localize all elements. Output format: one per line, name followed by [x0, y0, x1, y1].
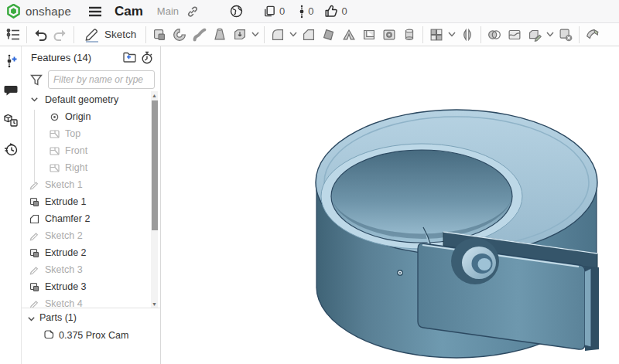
tree-guide-line: [34, 110, 35, 184]
tree-item-label: Front: [65, 145, 87, 156]
create-version-icon[interactable]: [2, 53, 19, 70]
linear-pattern-icon[interactable]: [426, 25, 446, 45]
chevron-down-icon[interactable]: [28, 311, 35, 325]
shell-icon[interactable]: [359, 25, 379, 45]
tree-item-sketch-2[interactable]: Sketch 2: [22, 227, 160, 244]
chevron-down-icon[interactable]: [28, 97, 40, 102]
tree-item-label: Sketch 3: [45, 264, 83, 275]
cube-clock-icon[interactable]: [2, 111, 19, 128]
document-side-strip: [0, 46, 22, 364]
brand-name: onshape: [26, 5, 71, 18]
tree-item-front-plane[interactable]: Front: [22, 142, 160, 159]
globe-icon[interactable]: [230, 5, 243, 18]
new-folder-icon[interactable]: [121, 49, 139, 66]
thumbs-up-icon[interactable]: [324, 5, 338, 18]
part-item-label: 0.375 Prox Cam: [59, 330, 128, 341]
thicken-icon[interactable]: [230, 25, 250, 45]
extrude-icon[interactable]: [149, 25, 169, 45]
filter-input[interactable]: [48, 70, 155, 89]
workspace-name[interactable]: Main: [157, 5, 179, 17]
features-panel-header: Features (14): [22, 46, 160, 68]
likes-count: 0: [341, 5, 347, 17]
sketch-button[interactable]: Sketch: [77, 25, 142, 45]
revolve-icon[interactable]: [169, 25, 190, 45]
scrollbar-thumb[interactable]: [152, 100, 158, 230]
copy-workspace-icon[interactable]: [263, 5, 276, 18]
tree-item-right-plane[interactable]: Right: [22, 159, 160, 176]
plane-icon: [48, 130, 60, 138]
filter-funnel-icon[interactable]: [28, 71, 45, 88]
tree-item-label: Origin: [65, 111, 91, 122]
versions-icon[interactable]: [299, 5, 305, 19]
transform-icon[interactable]: [525, 25, 545, 45]
comments-icon[interactable]: [2, 82, 19, 99]
draft-icon[interactable]: [319, 25, 339, 45]
tree-item-top-plane[interactable]: Top: [22, 125, 160, 142]
model-viewport[interactable]: [161, 46, 619, 364]
origin-icon: [48, 113, 60, 121]
filter-row: [22, 68, 160, 91]
tree-item-label: Extrude 2: [45, 247, 87, 258]
tree-item-label: Chamfer 2: [45, 213, 90, 224]
scroll-up-arrow[interactable]: ▲: [151, 91, 158, 99]
sketch-icon: [28, 299, 40, 308]
chamfer-icon[interactable]: [299, 25, 319, 45]
undo-icon[interactable]: [30, 25, 50, 45]
tree-item-sketch-1[interactable]: Sketch 1: [22, 176, 160, 193]
versions-count: 0: [308, 5, 313, 17]
sweep-icon[interactable]: [190, 25, 210, 45]
scroll-down-arrow[interactable]: ▼: [151, 300, 158, 308]
part-icon: [43, 328, 54, 342]
plane-icon: [48, 164, 60, 172]
tree-item-extrude-3[interactable]: Extrude 3: [22, 278, 160, 295]
sheet-metal-icon[interactable]: [583, 25, 603, 45]
pattern-dropdown-chevron[interactable]: [446, 25, 457, 45]
tree-item-sketch-3[interactable]: Sketch 3: [22, 261, 160, 278]
parts-group-header[interactable]: Parts (1): [22, 308, 160, 326]
extrude-icon: [28, 282, 40, 292]
mirror-icon[interactable]: [457, 25, 477, 45]
top-bar: onshape Cam Main 0 0 0: [0, 0, 619, 23]
feature-toolbar: Sketch: [0, 23, 619, 46]
hole-icon[interactable]: [379, 25, 399, 45]
tree-item-label: Sketch 4: [45, 298, 83, 308]
redo-icon[interactable]: [50, 25, 70, 45]
extrude-icon: [28, 197, 40, 207]
part-item[interactable]: 0.375 Prox Cam: [22, 326, 160, 344]
tree-item-label: Default geometry: [45, 94, 118, 105]
copies-count: 0: [279, 5, 285, 17]
features-panel: Features (14) Default geometry Origin To…: [22, 46, 161, 364]
tree-item-origin[interactable]: Origin: [22, 108, 160, 125]
tree-item-label: Extrude 1: [45, 196, 87, 207]
tree-scrollbar[interactable]: ▲ ▼: [151, 91, 158, 308]
share-link-icon[interactable]: [186, 5, 199, 18]
fillet-icon[interactable]: [268, 25, 288, 45]
tree-item-extrude-2[interactable]: Extrude 2: [22, 244, 160, 261]
tree-group-default-geometry[interactable]: Default geometry: [22, 91, 160, 108]
boss-icon[interactable]: [399, 25, 419, 45]
tree-item-sketch-4[interactable]: Sketch 4: [22, 295, 160, 308]
stopwatch-icon[interactable]: [139, 49, 156, 66]
tree-item-extrude-1[interactable]: Extrude 1: [22, 193, 160, 210]
onshape-logo: [6, 4, 21, 19]
sketch-icon: [28, 231, 40, 241]
hamburger-menu-icon[interactable]: [88, 6, 102, 17]
thicken-dropdown-chevron[interactable]: [250, 25, 261, 45]
cam-3d-model[interactable]: [161, 46, 619, 364]
rib-icon[interactable]: [339, 25, 359, 45]
tree-item-chamfer-2[interactable]: Chamfer 2: [22, 210, 160, 227]
boolean-icon[interactable]: [484, 25, 504, 45]
tree-item-label: Extrude 3: [45, 281, 87, 292]
feature-list-toggle[interactable]: [3, 25, 23, 45]
split-icon[interactable]: [504, 25, 525, 45]
delete-part-icon[interactable]: [556, 25, 576, 45]
loft-icon[interactable]: [210, 25, 230, 45]
sketch-icon: [28, 265, 40, 275]
document-title: Cam: [115, 4, 143, 19]
history-icon[interactable]: [2, 141, 19, 158]
chamfer-icon: [28, 214, 40, 224]
extrude-icon: [28, 248, 40, 258]
fillet-dropdown-chevron[interactable]: [288, 25, 299, 45]
transform-dropdown-chevron[interactable]: [545, 25, 556, 45]
tree-item-label: Sketch 2: [45, 230, 83, 241]
